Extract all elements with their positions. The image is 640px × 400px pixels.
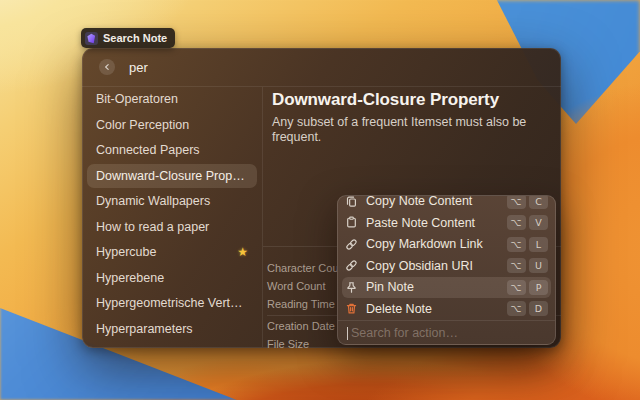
- obsidian-icon: [85, 32, 98, 45]
- action-item-paste-note-content[interactable]: Paste Note Content ⌥ V: [342, 212, 551, 234]
- action-item-delete-note[interactable]: Delete Note ⌥ D: [342, 298, 551, 320]
- notes-list: Bit-Operatoren Color Perception Connecte…: [82, 87, 263, 347]
- pin-icon: [345, 281, 358, 294]
- sidebar-item-hypergeometrische-verteilung[interactable]: Hypergeometrische Verteilung: [87, 291, 257, 315]
- trash-icon: [345, 302, 358, 315]
- sidebar-item-bit-operatoren[interactable]: Bit-Operatoren: [87, 87, 257, 111]
- modifier-keycap: ⌥: [507, 301, 526, 316]
- key-keycap: U: [529, 258, 548, 273]
- key-keycap: P: [529, 280, 548, 295]
- note-title: Downward-Closure Property: [272, 90, 549, 109]
- modifier-keycap: ⌥: [507, 195, 526, 209]
- modifier-keycap: ⌥: [507, 280, 526, 295]
- action-menu: Copy Note Content ⌥ C Paste Note Content…: [337, 195, 556, 345]
- action-item-copy-markdown-link[interactable]: Copy Markdown Link ⌥ L: [342, 234, 551, 256]
- sidebar-item-hyperebene[interactable]: Hyperebene: [87, 266, 257, 290]
- sidebar-item-connected-papers[interactable]: Connected Papers: [87, 138, 257, 162]
- key-keycap: L: [529, 237, 548, 252]
- action-item-copy-note-content[interactable]: Copy Note Content ⌥ C: [342, 195, 551, 212]
- search-input[interactable]: per: [129, 60, 148, 75]
- sidebar-item-downward-closure-property[interactable]: Downward-Closure Property: [87, 164, 257, 188]
- sidebar-item-color-perception[interactable]: Color Perception: [87, 113, 257, 137]
- copy-icon: [345, 195, 358, 208]
- badge-label: Search Note: [103, 32, 167, 44]
- command-badge: Search Note: [81, 28, 175, 48]
- sidebar-item-hypercube[interactable]: Hypercube ★: [87, 240, 257, 264]
- text-caret: [347, 327, 348, 340]
- key-keycap: C: [529, 195, 548, 209]
- key-keycap: V: [529, 215, 548, 230]
- clipboard-icon: [345, 216, 358, 229]
- modifier-keycap: ⌥: [507, 258, 526, 273]
- link-icon: [345, 259, 358, 272]
- note-summary: Any subset of a frequent Itemset must al…: [272, 115, 549, 145]
- action-item-copy-obsidian-uri[interactable]: Copy Obsidian URI ⌥ U: [342, 255, 551, 277]
- desktop: Search Note per Bit-Operatoren Color Per…: [0, 0, 640, 400]
- modifier-keycap: ⌥: [507, 237, 526, 252]
- key-keycap: D: [529, 301, 548, 316]
- star-icon: ★: [237, 245, 248, 259]
- sidebar-item-hyperparameters[interactable]: Hyperparameters: [87, 317, 257, 341]
- sidebar-item-dynamic-wallpapers[interactable]: Dynamic Wallpapers: [87, 189, 257, 213]
- action-menu-list: Copy Note Content ⌥ C Paste Note Content…: [338, 195, 555, 320]
- sidebar-item-how-to-read-a-paper[interactable]: How to read a paper: [87, 215, 257, 239]
- modifier-keycap: ⌥: [507, 215, 526, 230]
- search-bar: per: [82, 48, 561, 87]
- action-search-field[interactable]: Search for action…: [338, 321, 555, 346]
- back-button[interactable]: [99, 59, 115, 75]
- action-search-placeholder: Search for action…: [351, 326, 458, 340]
- link-icon: [345, 238, 358, 251]
- action-item-pin-note[interactable]: Pin Note ⌥ P: [342, 277, 551, 299]
